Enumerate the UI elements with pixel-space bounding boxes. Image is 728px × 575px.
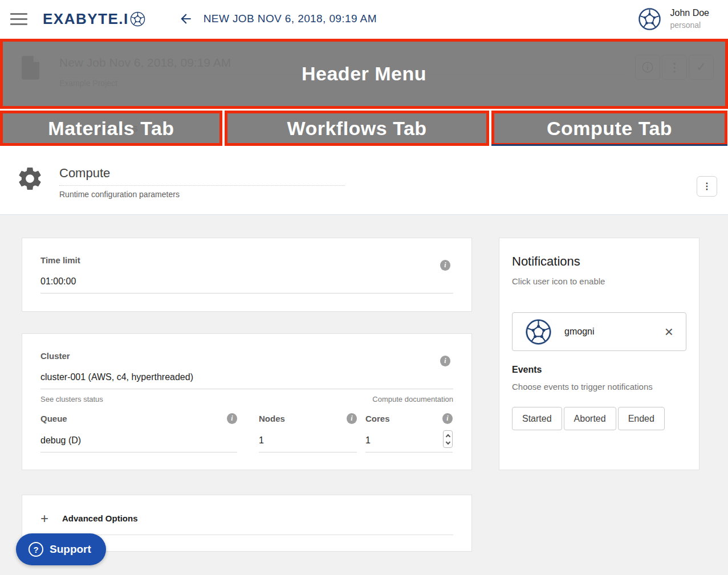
queue-info-icon[interactable]: i [227,413,237,424]
section-menu-button[interactable]: ⋮ [697,176,717,197]
cores-stepper[interactable] [443,430,453,448]
vertical-dots-icon: ⋮ [702,182,711,191]
chevron-up-icon[interactable] [445,434,450,438]
queue-select[interactable] [40,435,237,452]
annotation-label: Compute Tab [547,117,672,140]
materials-tab-annotation: Materials Tab [0,111,222,146]
plus-icon: + [40,512,50,525]
cores-info-icon[interactable]: i [442,413,453,424]
support-button[interactable]: ? Support [16,533,106,565]
exabyte-logo[interactable]: EXABYTE.I [43,10,145,28]
notification-username: gmogni [564,327,594,337]
queue-field: Queue i [40,413,237,452]
nodes-input[interactable] [259,435,357,452]
notifications-hint: Click user icon to enable [512,276,686,286]
tab-workflow[interactable]: WORKFLOW Workflows Tab [225,111,489,146]
compute-tab-annotation: Compute Tab [491,111,727,146]
tab-materials[interactable]: MATERIALS Materials Tab [0,111,222,146]
user-avatar[interactable] [525,319,552,345]
hamburger-menu-icon[interactable] [10,13,27,25]
cluster-select[interactable] [40,372,453,389]
advanced-options-toggle[interactable]: + Advanced Options [40,512,453,535]
user-name: John Doe [670,8,710,18]
notifications-title: Notifications [512,254,686,269]
workflows-tab-annotation: Workflows Tab [225,111,489,146]
queue-label: Queue [40,414,67,423]
cluster-label: Cluster [40,351,453,361]
time-limit-label: Time limit [40,255,453,265]
back-arrow-icon[interactable] [178,11,193,26]
annotation-label: Header Menu [302,63,426,85]
question-mark-icon: ? [29,542,43,557]
chevron-down-icon[interactable] [445,439,450,444]
clusters-status-link[interactable]: See clusters status [40,395,103,403]
event-button-started[interactable]: Started [512,407,562,430]
top-navigation-bar: EXABYTE.I NEW JOB NOV 6, 2018, 09:19 AM [0,0,728,38]
annotation-label: Materials Tab [48,117,174,140]
user-role: personal [670,21,710,30]
nodes-info-icon[interactable]: i [347,413,357,424]
events-title: Events [512,365,686,375]
event-buttons-row: Started Aborted Ended [512,407,686,430]
header-menu-annotation: Header Menu [0,39,728,109]
cores-field: Cores i [365,413,453,452]
cluster-info-icon[interactable]: i [440,356,450,366]
notification-user-row: gmogni × [512,312,686,351]
advanced-options-label: Advanced Options [62,513,138,523]
user-name-block: John Doe personal [670,8,710,30]
time-limit-card: Time limit i [22,238,472,312]
logo-text: EXABYTE.I [43,10,129,28]
cores-label: Cores [365,414,390,423]
main-content: Time limit i Cluster i See clusters stat… [0,215,728,575]
tab-compute[interactable]: COMPUTE Compute Tab [491,111,727,146]
compute-section-header: Compute Runtime configuration parameters… [0,146,728,215]
job-tabs: MATERIALS Materials Tab WORKFLOW Workflo… [0,111,728,146]
section-title: Compute [59,166,344,186]
job-header-region: New Job Nov 6, 2018, 09:19 AM Example Pr… [0,39,728,109]
event-button-aborted[interactable]: Aborted [564,407,616,430]
user-avatar[interactable] [638,7,661,31]
compute-form-column: Time limit i Cluster i See clusters stat… [22,238,472,575]
time-limit-input[interactable] [40,276,453,293]
section-subtitle: Runtime configuration parameters [59,190,625,199]
cores-input[interactable] [365,435,453,452]
exabyte-job-page: EXABYTE.I NEW JOB NOV 6, 2018, 09:19 AM [0,0,728,575]
events-hint: Choose events to trigger notifications [512,382,686,392]
annotation-label: Workflows Tab [287,117,426,140]
nodes-field: Nodes i [259,413,357,452]
topbar-job-title: NEW JOB NOV 6, 2018, 09:19 AM [204,13,377,25]
time-limit-info-icon[interactable]: i [440,260,450,271]
notifications-card: Notifications Click user icon to enable … [499,238,699,470]
event-button-ended[interactable]: Ended [618,407,665,430]
user-account-area[interactable]: John Doe personal [638,7,728,31]
compute-documentation-link[interactable]: Compute documentation [372,395,453,403]
gear-icon [16,165,44,193]
nodes-label: Nodes [259,414,285,423]
support-label: Support [50,543,91,556]
notifications-column: Notifications Click user icon to enable … [499,238,699,575]
cluster-card: Cluster i See clusters status Compute do… [22,333,472,470]
fullerene-ball-icon [130,11,145,27]
active-tab-indicator [491,144,727,146]
close-icon[interactable]: × [665,324,673,339]
